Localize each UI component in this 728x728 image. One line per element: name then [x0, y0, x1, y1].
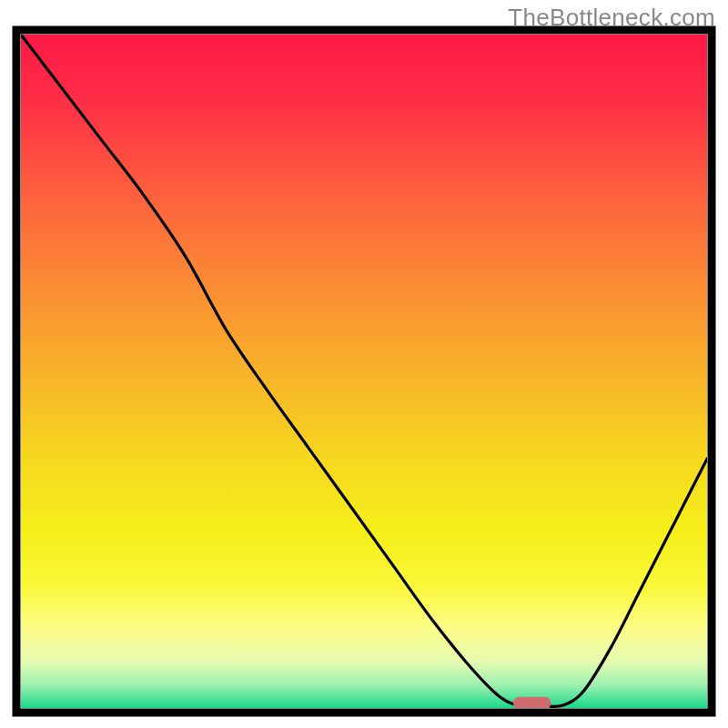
chart-svg	[0, 0, 728, 728]
gradient-background	[21, 35, 707, 708]
optimal-marker	[513, 697, 551, 710]
chart-container: TheBottleneck.com	[0, 0, 728, 728]
watermark-text: TheBottleneck.com	[508, 4, 715, 32]
